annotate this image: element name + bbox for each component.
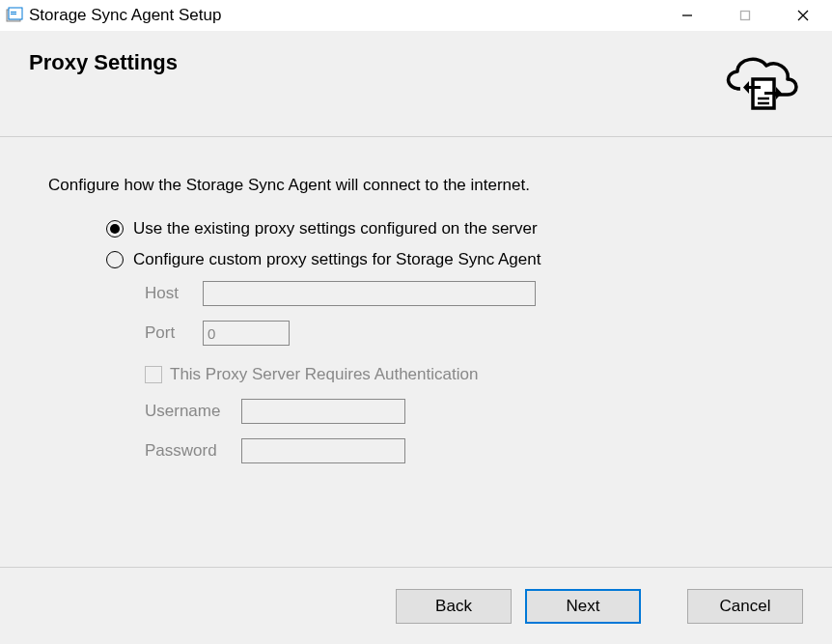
installer-icon [6,7,23,24]
svg-rect-3 [11,14,16,14]
window-controls [658,0,832,31]
cloud-sync-icon [716,50,803,127]
intro-text: Configure how the Storage Sync Agent wil… [48,176,784,195]
svg-rect-2 [11,12,16,13]
maximize-button [716,0,774,31]
radio-label: Use the existing proxy settings configur… [133,219,538,238]
back-button[interactable]: Back [396,589,512,624]
proxy-mode-radio-group: Use the existing proxy settings configur… [106,219,784,463]
button-label: Cancel [720,597,771,616]
radio-icon [106,220,124,238]
checkbox-icon [145,366,162,383]
host-input[interactable] [203,281,536,306]
password-label: Password [145,441,241,461]
minimize-button[interactable] [658,0,716,31]
custom-proxy-form: Host Port This Proxy Server Requires Aut… [145,281,784,463]
username-label: Username [145,402,241,421]
host-label: Host [145,284,203,303]
button-label: Back [435,597,472,616]
port-input[interactable] [203,321,290,346]
wizard-footer: Back Next Cancel [0,567,832,644]
radio-use-existing[interactable]: Use the existing proxy settings configur… [106,219,784,238]
svg-rect-5 [741,12,750,20]
radio-icon [106,251,124,268]
page-title: Proxy Settings [29,50,178,75]
wizard-content: Configure how the Storage Sync Agent wil… [0,137,832,567]
window-title: Storage Sync Agent Setup [29,6,221,25]
close-button[interactable] [774,0,832,31]
port-label: Port [145,323,203,343]
titlebar: Storage Sync Agent Setup [0,0,832,31]
next-button[interactable]: Next [525,589,641,624]
radio-custom-proxy[interactable]: Configure custom proxy settings for Stor… [106,250,784,269]
button-label: Next [567,597,600,616]
password-input[interactable] [241,438,405,463]
radio-label: Configure custom proxy settings for Stor… [133,250,541,269]
username-input[interactable] [241,399,405,424]
auth-required-checkbox[interactable]: This Proxy Server Requires Authenticatio… [145,365,784,384]
cancel-button[interactable]: Cancel [687,589,803,624]
checkbox-label: This Proxy Server Requires Authenticatio… [170,365,478,384]
wizard-header: Proxy Settings [0,31,832,137]
